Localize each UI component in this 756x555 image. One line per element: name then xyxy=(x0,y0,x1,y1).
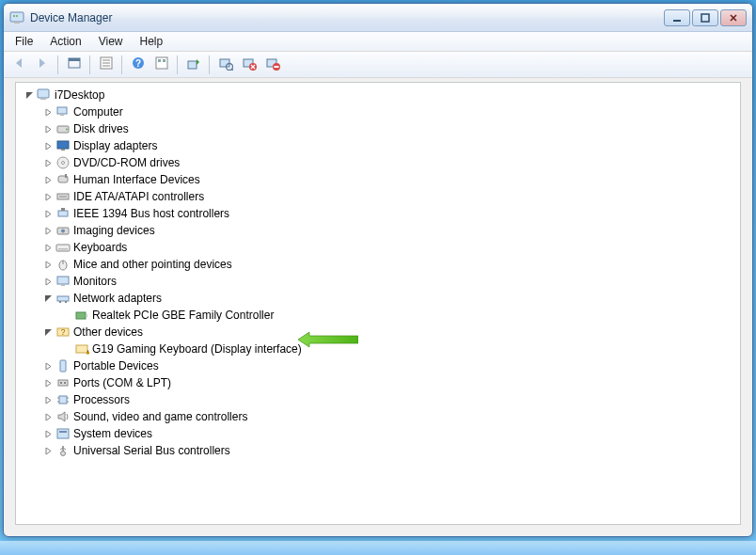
expand-icon[interactable] xyxy=(42,394,54,405)
tree-node-dvd[interactable]: DVD/CD-ROM drives xyxy=(18,154,738,171)
expand-icon[interactable] xyxy=(42,208,54,219)
menu-view[interactable]: View xyxy=(91,33,131,50)
tree-node-hid-label: Human Interface Devices xyxy=(73,173,200,186)
mouse-icon xyxy=(55,257,71,272)
expand-icon[interactable] xyxy=(42,123,54,135)
update-driver-button[interactable] xyxy=(182,55,204,75)
uninstall-button[interactable] xyxy=(238,55,260,75)
expand-icon[interactable] xyxy=(42,377,54,388)
menu-help[interactable]: Help xyxy=(133,33,171,50)
expand-icon[interactable] xyxy=(42,428,54,439)
network-icon xyxy=(55,291,71,306)
expand-icon[interactable] xyxy=(42,276,54,287)
scan-hardware-button[interactable] xyxy=(214,55,236,75)
svg-point-3 xyxy=(16,15,18,17)
tree-leaf-network-card[interactable]: Realtek PCIe GBE Family Controller xyxy=(18,307,738,324)
tree-node-ports-label: Ports (COM & LPT) xyxy=(73,376,171,389)
expand-icon[interactable] xyxy=(42,242,54,253)
tree-node-usb[interactable]: Universal Serial Bus controllers xyxy=(18,442,738,459)
expand-icon[interactable] xyxy=(42,411,54,422)
expand-icon[interactable] xyxy=(42,225,54,236)
svg-rect-5 xyxy=(701,14,709,22)
svg-point-2 xyxy=(13,15,15,17)
tree-node-ide[interactable]: IDE ATA/ATAPI controllers xyxy=(18,188,738,205)
tree-node-imaging-label: Imaging devices xyxy=(73,224,155,237)
toolbar-separator xyxy=(89,56,90,74)
tree-node-keyboard[interactable]: Keyboards xyxy=(18,239,738,256)
tree-leaf-warning[interactable]: !G19 Gaming Keyboard (Display interface) xyxy=(18,341,738,357)
update-driver-icon xyxy=(186,56,201,73)
tree-node-mouse[interactable]: Mice and other pointing devices xyxy=(18,256,738,273)
expand-icon[interactable] xyxy=(42,174,54,185)
maximize-button[interactable] xyxy=(692,9,718,26)
computer-small-icon xyxy=(55,104,71,119)
tree-node-sound-label: Sound, video and game controllers xyxy=(73,410,247,423)
svg-rect-31 xyxy=(60,114,64,116)
svg-marker-71 xyxy=(58,412,65,421)
svg-rect-35 xyxy=(61,149,65,151)
ide-icon xyxy=(55,189,71,204)
tree-node-ports[interactable]: Ports (COM & LPT) xyxy=(18,374,738,391)
tree-node-display-label: Display adapters xyxy=(73,139,157,152)
tree-node-monitor[interactable]: Monitors xyxy=(18,273,738,290)
sound-icon xyxy=(55,409,71,424)
svg-rect-30 xyxy=(57,107,67,114)
tree-node-hid[interactable]: Human Interface Devices xyxy=(18,171,738,188)
toolbar-separator xyxy=(177,56,178,74)
tree-node-computer-small[interactable]: Computer xyxy=(18,103,738,120)
svg-rect-62 xyxy=(60,360,66,372)
expand-icon[interactable] xyxy=(42,360,54,372)
hid-icon xyxy=(55,172,71,187)
help-button[interactable]: ? xyxy=(127,55,149,75)
options-button[interactable] xyxy=(150,55,172,75)
expand-icon[interactable] xyxy=(42,445,54,456)
close-button[interactable] xyxy=(720,9,747,26)
expand-icon[interactable] xyxy=(42,191,54,202)
disable-button[interactable] xyxy=(261,55,283,75)
toolbar: ? xyxy=(4,52,752,78)
svg-rect-18 xyxy=(220,59,229,67)
tree-node-usb-label: Universal Serial Bus controllers xyxy=(73,444,230,457)
menu-file[interactable]: File xyxy=(8,33,40,50)
portable-icon xyxy=(55,358,71,373)
window-buttons xyxy=(662,9,747,26)
expand-icon[interactable] xyxy=(42,140,54,151)
tree-node-system[interactable]: System devices xyxy=(18,425,738,442)
tree-root[interactable]: i7Desktop xyxy=(18,87,738,103)
properties-button[interactable] xyxy=(95,55,117,75)
tree-node-display[interactable]: Display adapters xyxy=(18,137,738,154)
tree-node-disk[interactable]: Disk drives xyxy=(18,120,738,137)
tree-leaf-network-card-label: Realtek PCIe GBE Family Controller xyxy=(92,309,274,322)
expand-icon[interactable] xyxy=(42,106,54,118)
minimize-button[interactable] xyxy=(664,9,690,26)
tree-node-disk-label: Disk drives xyxy=(73,122,129,135)
tree-node-imaging[interactable]: Imaging devices xyxy=(18,222,738,239)
svg-rect-15 xyxy=(158,59,161,62)
tree-node-other[interactable]: ?Other devices xyxy=(18,324,738,341)
tree-node-ieee1394[interactable]: IEEE 1394 Bus host controllers xyxy=(18,205,738,222)
tree-node-keyboard-label: Keyboards xyxy=(73,241,127,254)
forward-button xyxy=(31,55,53,75)
dvd-icon xyxy=(55,155,71,170)
collapse-icon[interactable] xyxy=(24,89,35,101)
svg-line-20 xyxy=(231,69,233,71)
tree-node-network[interactable]: Network adapters xyxy=(18,290,738,307)
tree-node-portable[interactable]: Portable Devices xyxy=(18,357,738,374)
svg-rect-53 xyxy=(59,301,61,303)
device-manager-window: Device Manager File Action View Help ? i… xyxy=(3,3,753,537)
scan-hardware-icon xyxy=(218,56,233,73)
tree-node-processor[interactable]: Processors xyxy=(18,391,738,408)
tree-node-sound[interactable]: Sound, video and game controllers xyxy=(18,408,738,425)
tree-node-ieee1394-label: IEEE 1394 Bus host controllers xyxy=(73,207,229,220)
svg-rect-43 xyxy=(61,208,65,211)
collapse-icon[interactable] xyxy=(42,293,54,304)
show-hidden-button[interactable] xyxy=(63,55,85,75)
svg-rect-73 xyxy=(59,431,67,433)
expand-icon[interactable] xyxy=(42,259,54,270)
tree-node-computer-small-label: Computer xyxy=(73,105,123,119)
collapse-icon[interactable] xyxy=(42,326,54,338)
menubar: File Action View Help xyxy=(4,32,752,52)
menu-action[interactable]: Action xyxy=(42,33,88,50)
expand-icon[interactable] xyxy=(42,157,54,168)
svg-rect-42 xyxy=(58,211,68,216)
